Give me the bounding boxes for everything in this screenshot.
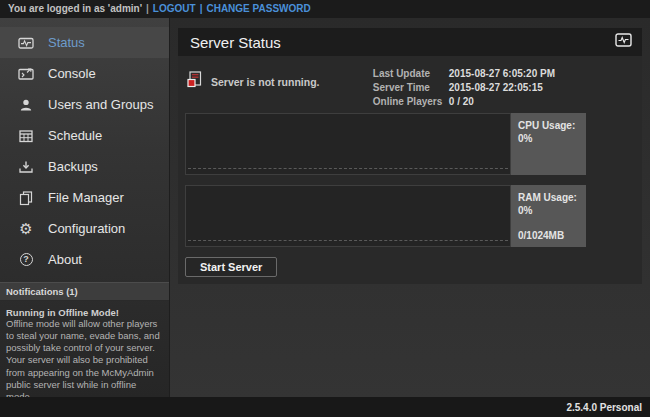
- info-value: 0 / 20: [449, 95, 474, 109]
- mcmyadmin-app: You are logged in as 'admin'|LOGOUT|CHAN…: [0, 0, 650, 417]
- topbar-separator: |: [146, 3, 149, 14]
- schedule-icon: [18, 128, 34, 144]
- cpu-usage-label-box: CPU Usage: 0%: [511, 113, 586, 175]
- change-password-link[interactable]: CHANGE PASSWORD: [206, 3, 310, 14]
- info-label: Server Time: [373, 81, 449, 95]
- logged-in-text: You are logged in as 'admin': [8, 3, 142, 14]
- sidebar-item-about[interactable]: ? About: [0, 244, 169, 275]
- sidebar-item-users-and-groups[interactable]: Users and Groups: [0, 89, 169, 120]
- topbar-separator: |: [200, 3, 203, 14]
- sidebar-item-console[interactable]: Console: [0, 58, 169, 89]
- question-icon: ?: [18, 252, 34, 268]
- version-label: 2.5.4.0 Personal: [566, 402, 642, 413]
- notifications-header: Notifications (1): [0, 282, 169, 301]
- notification-title: Running in Offline Mode!: [6, 307, 163, 318]
- status-panel-icon: [615, 33, 632, 51]
- status-row: Server is not running. Last Update 2015-…: [185, 63, 635, 113]
- ram-usage-detail: 0/1024MB: [518, 229, 579, 242]
- sidebar-nav: Status Console Users and Groups: [0, 18, 169, 275]
- panel-header: Server Status: [178, 28, 642, 56]
- cpu-usage-chart: [185, 113, 511, 175]
- info-label: Online Players: [373, 95, 449, 109]
- sidebar-item-configuration[interactable]: ⚙ Configuration: [0, 213, 169, 244]
- server-stopped-icon: [187, 71, 202, 92]
- topbar: You are logged in as 'admin'|LOGOUT|CHAN…: [0, 0, 650, 18]
- info-row-server-time: Server Time 2015-08-27 22:05:15: [373, 81, 555, 95]
- chart-baseline: [188, 240, 508, 241]
- main-area: Server Status Server is not running.: [170, 18, 650, 397]
- users-icon: [18, 97, 34, 113]
- sidebar-item-label: File Manager: [48, 190, 124, 205]
- ram-usage-row: RAM Usage: 0% 0/1024MB: [185, 185, 635, 247]
- info-value: 2015-08-27 22:05:15: [449, 81, 543, 95]
- sidebar: Status Console Users and Groups: [0, 18, 170, 397]
- notification-item: Running in Offline Mode! Offline mode wi…: [0, 301, 169, 403]
- sidebar-item-label: Configuration: [48, 221, 125, 236]
- sidebar-item-status[interactable]: Status: [0, 27, 169, 58]
- actions-row: Start Server: [185, 257, 635, 277]
- backups-icon: [18, 159, 34, 175]
- page-title: Server Status: [190, 34, 615, 51]
- file-manager-icon: [18, 190, 34, 206]
- sidebar-item-label: Users and Groups: [48, 97, 154, 112]
- start-server-button[interactable]: Start Server: [185, 257, 277, 277]
- sidebar-item-label: Schedule: [48, 128, 102, 143]
- ram-usage-label: RAM Usage:: [518, 191, 579, 204]
- content-area: Status Console Users and Groups: [0, 18, 650, 397]
- sidebar-item-schedule[interactable]: Schedule: [0, 120, 169, 151]
- notifications-panel: Notifications (1) Running in Offline Mod…: [0, 282, 169, 403]
- sidebar-item-backups[interactable]: Backups: [0, 151, 169, 182]
- server-status-text: Server is not running.: [211, 76, 320, 88]
- status-icon: [18, 35, 34, 51]
- ram-usage-chart: [185, 185, 511, 247]
- cpu-usage-label: CPU Usage:: [518, 119, 579, 132]
- info-value: 2015-08-27 6:05:20 PM: [449, 67, 555, 81]
- ram-usage-value: 0%: [518, 204, 579, 217]
- sidebar-item-label: About: [48, 252, 82, 267]
- notification-text: Offline mode will allow other players to…: [6, 318, 163, 403]
- sidebar-item-label: Backups: [48, 159, 98, 174]
- ram-usage-label-box: RAM Usage: 0% 0/1024MB: [511, 185, 586, 247]
- footer-bar: 2.5.4.0 Personal: [0, 397, 650, 417]
- info-label: Last Update: [373, 67, 449, 81]
- panel-body: Server is not running. Last Update 2015-…: [178, 56, 642, 284]
- sidebar-item-label: Console: [48, 66, 96, 81]
- info-row-last-update: Last Update 2015-08-27 6:05:20 PM: [373, 67, 555, 81]
- cpu-usage-row: CPU Usage: 0%: [185, 113, 635, 175]
- sidebar-item-file-manager[interactable]: File Manager: [0, 182, 169, 213]
- cpu-usage-value: 0%: [518, 132, 579, 145]
- chart-baseline: [188, 168, 508, 169]
- console-icon: [18, 66, 34, 82]
- server-status-panel: Server Status Server is not running.: [178, 28, 642, 284]
- server-message: Server is not running.: [187, 71, 320, 92]
- sidebar-item-label: Status: [48, 35, 85, 50]
- info-row-online-players: Online Players 0 / 20: [373, 95, 555, 109]
- gear-icon: ⚙: [18, 221, 34, 237]
- logout-link[interactable]: LOGOUT: [153, 3, 196, 14]
- server-info-table: Last Update 2015-08-27 6:05:20 PM Server…: [373, 67, 555, 109]
